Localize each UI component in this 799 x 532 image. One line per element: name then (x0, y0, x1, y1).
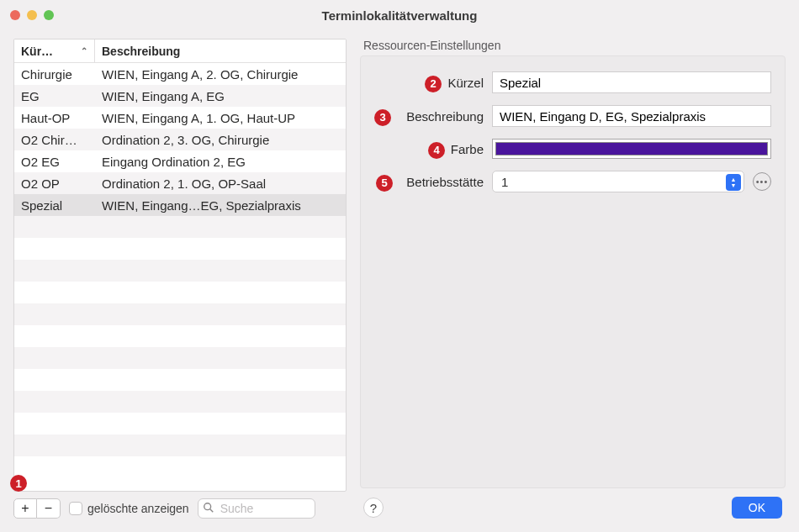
annotation-5: 5 (376, 175, 393, 192)
svg-point-0 (204, 503, 210, 510)
betriebsstaette-value: 1 (501, 175, 508, 189)
minimize-window-button[interactable] (27, 10, 37, 20)
table-row (14, 282, 346, 303)
settings-section-title: Ressourcen-Einstellungen (360, 39, 786, 55)
table-row[interactable]: O2 EGEingang Ordination 2, EG (14, 150, 346, 172)
content-area: 1 Kür… ⌃ Beschreibung ChirurgieWIEN, Ein… (0, 30, 799, 532)
traffic-lights (10, 10, 54, 20)
cell-kuerzel: Chirurgie (14, 67, 95, 82)
cell-beschreibung: Eingang Ordination 2, EG (95, 155, 346, 169)
table-row (14, 303, 346, 325)
cell-kuerzel: Haut-OP (14, 111, 95, 125)
select-stepper-icon: ▲▼ (726, 174, 741, 191)
search-wrap (198, 498, 315, 519)
betriebsstaette-label-wrap: 5 Betriebsstätte (374, 175, 484, 189)
cell-kuerzel: EG (14, 89, 95, 103)
add-button[interactable]: + (13, 498, 37, 519)
table-row (14, 369, 346, 391)
table-row[interactable]: ChirurgieWIEN, Eingang A, 2. OG, Chirurg… (14, 63, 346, 85)
cell-beschreibung: WIEN, Eingang A, 1. OG, Haut-UP (95, 111, 346, 125)
row-betriebsstaette: 5 Betriebsstätte 1 ▲▼ ••• (374, 171, 771, 192)
search-icon (203, 502, 214, 514)
ok-button[interactable]: OK (732, 497, 782, 519)
zoom-window-button[interactable] (44, 10, 54, 20)
cell-kuerzel: Spezial (14, 198, 95, 213)
ok-label: OK (749, 501, 765, 514)
sort-ascending-icon: ⌃ (81, 46, 87, 55)
annotation-4: 4 (428, 142, 445, 159)
betriebsstaette-label: Betriebsstätte (406, 175, 484, 189)
table-row (14, 325, 346, 347)
locality-table: Kür… ⌃ Beschreibung ChirurgieWIEN, Einga… (13, 39, 347, 492)
table-row[interactable]: SpezialWIEN, Eingang…EG, Spezialpraxis (14, 194, 346, 216)
annotation-1: 1 (10, 475, 27, 492)
remove-button[interactable]: − (37, 498, 61, 519)
table-row[interactable]: O2 Chir…Ordination 2, 3. OG, Chirurgie (14, 129, 346, 150)
left-pane: 1 Kür… ⌃ Beschreibung ChirurgieWIEN, Ein… (13, 39, 347, 519)
annotation-3: 3 (374, 109, 391, 126)
row-beschreibung: 3 Beschreibung (374, 105, 771, 127)
table-row (14, 216, 346, 238)
farbe-label-wrap: 4 Farbe (374, 142, 484, 156)
table-row[interactable]: O2 OPOrdination 2, 1. OG, OP-Saal (14, 172, 346, 194)
checkbox-icon (69, 502, 82, 515)
table-row (14, 260, 346, 282)
settings-box: 2 Kürzel 3 Beschreibung 4 Farbe (360, 55, 786, 488)
row-kuerzel: 2 Kürzel (374, 71, 771, 93)
col-header-beschreibung[interactable]: Beschreibung (95, 40, 346, 62)
kuerzel-label: Kürzel (447, 76, 484, 90)
col-header-kuerzel-label: Kür… (21, 45, 53, 58)
kuerzel-label-wrap: 2 Kürzel (374, 76, 484, 90)
betriebsstaette-more-button[interactable]: ••• (753, 172, 771, 191)
bottom-bar: ? OK (360, 497, 786, 519)
minus-icon: − (45, 502, 52, 515)
close-window-button[interactable] (10, 10, 20, 20)
row-farbe: 4 Farbe (374, 139, 771, 159)
help-icon: ? (370, 501, 377, 515)
help-button[interactable]: ? (363, 498, 384, 518)
table-row (14, 238, 346, 260)
cell-kuerzel: O2 OP (14, 176, 95, 191)
col-header-kuerzel[interactable]: Kür… ⌃ (14, 40, 95, 62)
col-header-beschreibung-label: Beschreibung (102, 45, 180, 58)
ellipsis-icon: ••• (756, 176, 769, 187)
betriebsstaette-select[interactable]: 1 ▲▼ (492, 171, 744, 192)
cell-beschreibung: Ordination 2, 3. OG, Chirurgie (95, 133, 346, 147)
table-row (14, 347, 346, 369)
search-input[interactable] (198, 498, 315, 519)
plus-icon: + (21, 502, 29, 515)
table-body: ChirurgieWIEN, Eingang A, 2. OG, Chirurg… (14, 63, 346, 491)
farbe-label: Farbe (451, 142, 484, 156)
window-title: Terminlokalitätverwaltung (0, 8, 799, 23)
beschreibung-label: Beschreibung (406, 109, 484, 124)
show-deleted-label: gelöschte anzeigen (87, 502, 189, 515)
beschreibung-label-wrap: 3 Beschreibung (374, 109, 484, 124)
cell-kuerzel: O2 Chir… (14, 133, 95, 147)
table-header: Kür… ⌃ Beschreibung (14, 40, 346, 63)
cell-beschreibung: WIEN, Eingang A, 2. OG, Chirurgie (95, 67, 346, 82)
beschreibung-input[interactable] (492, 105, 771, 127)
table-row (14, 435, 346, 456)
left-footer: + − gelöschte anzeigen (13, 498, 347, 519)
table-row (14, 391, 346, 413)
betriebsstaette-wrap: 1 ▲▼ ••• (492, 171, 771, 192)
color-swatch (495, 142, 768, 155)
cell-kuerzel: O2 EG (14, 155, 95, 169)
table-row (14, 456, 346, 478)
cell-beschreibung: Ordination 2, 1. OG, OP-Saal (95, 176, 346, 191)
cell-beschreibung: WIEN, Eingang…EG, Spezialpraxis (95, 198, 346, 213)
cell-beschreibung: WIEN, Eingang A, EG (95, 89, 346, 103)
titlebar: Terminlokalitätverwaltung (0, 0, 799, 30)
kuerzel-input[interactable] (492, 71, 771, 93)
farbe-colorwell[interactable] (492, 139, 771, 159)
right-pane: Ressourcen-Einstellungen 2 Kürzel 3 Besc… (360, 39, 786, 519)
add-remove-group: + − (13, 498, 61, 519)
table-row[interactable]: EGWIEN, Eingang A, EG (14, 85, 346, 107)
table-row (14, 413, 346, 435)
show-deleted-checkbox[interactable]: gelöschte anzeigen (69, 502, 189, 515)
annotation-2: 2 (425, 76, 442, 92)
table-row[interactable]: Haut-OPWIEN, Eingang A, 1. OG, Haut-UP (14, 107, 346, 129)
svg-line-1 (209, 509, 213, 513)
